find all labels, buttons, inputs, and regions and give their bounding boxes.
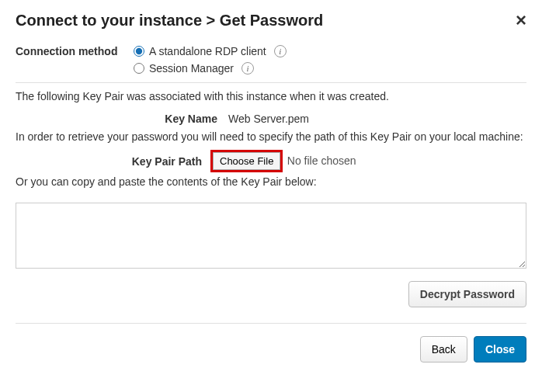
- radio-rdp-input[interactable]: [134, 46, 144, 57]
- retrieve-password-text: In order to retrieve your password you w…: [16, 130, 526, 145]
- key-name-value: Web Server.pem: [228, 113, 309, 125]
- info-icon[interactable]: i: [274, 45, 287, 57]
- choose-file-button[interactable]: Choose File: [213, 152, 280, 170]
- radio-rdp-client[interactable]: A standalone RDP client i: [134, 45, 287, 57]
- close-icon[interactable]: ×: [516, 11, 526, 29]
- radio-session-label: Session Manager: [149, 62, 234, 75]
- no-file-chosen-text: No file chosen: [287, 154, 356, 167]
- dialog-title: Connect to your instance > Get Password: [16, 12, 323, 29]
- info-icon[interactable]: i: [241, 62, 254, 75]
- copy-paste-text: Or you can copy and paste the contents o…: [16, 175, 526, 190]
- radio-session-input[interactable]: [134, 63, 144, 74]
- key-name-label: Key Name: [16, 113, 217, 125]
- back-button[interactable]: Back: [420, 336, 467, 363]
- key-pair-path-label: Key Pair Path: [16, 155, 202, 168]
- radio-rdp-label: A standalone RDP client: [149, 45, 266, 57]
- connection-method-label: Connection method: [16, 45, 124, 57]
- close-button[interactable]: Close: [474, 336, 526, 363]
- radio-session-manager[interactable]: Session Manager i: [134, 62, 287, 75]
- keypair-associated-text: The following Key Pair was associated wi…: [16, 89, 526, 105]
- keypair-contents-textarea[interactable]: [16, 203, 526, 269]
- decrypt-password-button[interactable]: Decrypt Password: [408, 281, 526, 307]
